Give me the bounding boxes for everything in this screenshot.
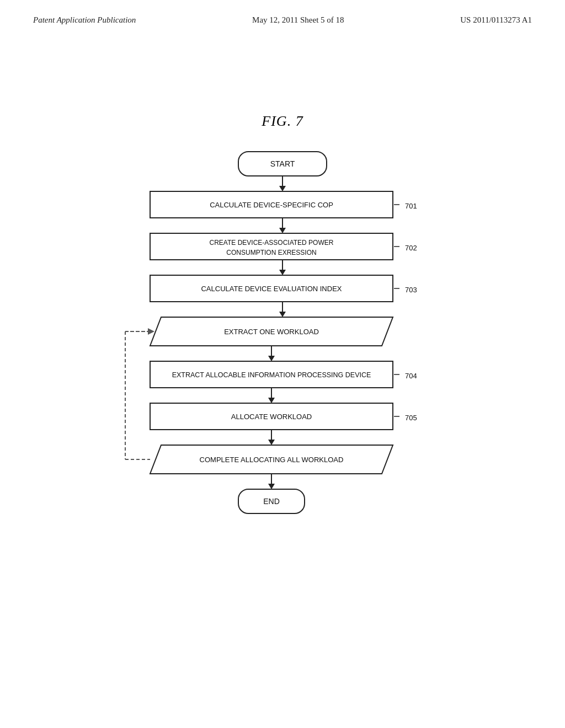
step2-label-line1: CREATE DEVICE-ASSOCIATED POWER [210, 239, 334, 247]
step1-label: CALCULATE DEVICE-SPECIFIC COP [210, 201, 333, 209]
arrowhead-1 [279, 186, 286, 191]
ref-703: 703 [405, 286, 417, 294]
ref-704: 704 [405, 372, 417, 380]
header-left: Patent Application Publication [33, 15, 136, 25]
arrowhead-4 [279, 312, 286, 317]
loop-arrowhead [148, 328, 154, 335]
step3-label: CALCULATE DEVICE EVALUATION INDEX [201, 285, 342, 293]
step6-label: ALLOCATE WORKLOAD [231, 413, 312, 421]
step5-label: EXTRACT ALLOCABLE INFORMATION PROCESSING… [172, 371, 371, 379]
end-label: END [263, 497, 280, 506]
page-header: Patent Application Publication May 12, 2… [0, 0, 565, 25]
arrowhead-7 [268, 440, 275, 445]
step4-label: EXTRACT ONE WORKLOAD [224, 328, 319, 336]
step7-label: COMPLETE ALLOCATING ALL WORKLOAD [200, 456, 344, 464]
arrowhead-8 [268, 484, 275, 489]
flowchart-container: START CALCULATE DEVICE-SPECIFIC COP 701 … [0, 146, 565, 532]
ref-702: 702 [405, 244, 417, 252]
ref-705: 705 [405, 414, 417, 422]
start-label: START [270, 159, 295, 168]
header-center: May 12, 2011 Sheet 5 of 18 [252, 15, 344, 25]
arrowhead-6 [268, 398, 275, 403]
arrowhead-2 [279, 228, 286, 233]
ref-701: 701 [405, 202, 417, 210]
figure-title: FIG. 7 [0, 113, 565, 130]
arrowhead-5 [268, 356, 275, 361]
step2-label-line2: CONSUMPTION EXRESSION [226, 249, 316, 256]
arrowhead-3 [279, 270, 286, 275]
flowchart-svg: START CALCULATE DEVICE-SPECIFIC COP 701 … [89, 146, 476, 532]
header-right: US 2011/0113273 A1 [460, 15, 532, 25]
